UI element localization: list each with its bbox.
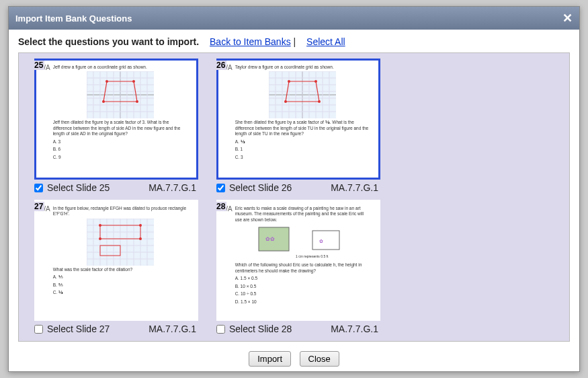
- slide-cell: 29N/AThe picture below shows the length …: [24, 341, 202, 342]
- import-button[interactable]: Import: [249, 351, 291, 367]
- svg-point-22: [132, 80, 135, 83]
- close-icon[interactable]: ✕: [562, 11, 573, 26]
- select-row: Select Slide 25MA.7.7.G.1: [24, 180, 202, 197]
- svg-point-46: [288, 80, 290, 83]
- slide-cell: 28N/AEric wants to make a scale drawing …: [206, 200, 384, 338]
- prompt-text: Select the questions you want to import.: [18, 36, 199, 47]
- slide-cell: 25N/AJeff drew a figure on a coordinate …: [24, 59, 202, 197]
- svg-point-49: [284, 100, 287, 103]
- svg-rect-76: [312, 231, 339, 250]
- svg-text:1 cm represents 0.5 ft: 1 cm represents 0.5 ft: [296, 254, 329, 258]
- select-checkbox[interactable]: [34, 325, 43, 334]
- svg-point-47: [314, 80, 317, 83]
- slide-cell: 30N/ADennis made a scale drawing of a tr…: [206, 341, 384, 342]
- slide-number: 27: [33, 202, 44, 211]
- select-checkbox[interactable]: [34, 184, 43, 192]
- slide-cell: 26N/ATaylor drew a figure on a coordinat…: [206, 59, 384, 197]
- select-row: Select Slide 26MA.7.7.G.1: [206, 180, 384, 197]
- select-all-link[interactable]: Select All: [306, 36, 345, 47]
- standard-code: MA.7.7.G.1: [331, 182, 378, 193]
- slide-thumbnail[interactable]: N/ADennis made a scale drawing of a tree…: [216, 341, 380, 342]
- standard-code: MA.7.7.G.1: [149, 324, 196, 334]
- select-row: Select Slide 28MA.7.7.G.1: [206, 321, 384, 338]
- select-label: Select Slide 25: [47, 182, 110, 193]
- slide-thumbnail[interactable]: N/ATaylor drew a figure on a coordinate …: [216, 59, 380, 180]
- standard-code: MA.7.7.G.1: [149, 182, 196, 193]
- select-checkbox[interactable]: [216, 184, 225, 192]
- slide-thumbnail[interactable]: N/AThe picture below shows the length of…: [34, 341, 198, 342]
- slide-thumbnail[interactable]: N/AEric wants to make a scale drawing of…: [216, 200, 380, 321]
- svg-point-70: [99, 224, 101, 227]
- back-link[interactable]: Back to Item Banks: [210, 36, 291, 47]
- standard-code: MA.7.7.G.1: [331, 324, 378, 334]
- slide-scroll-area[interactable]: 25N/AJeff drew a figure on a coordinate …: [18, 52, 570, 342]
- titlebar: Import Item Bank Questions ✕: [9, 7, 579, 30]
- select-checkbox[interactable]: [216, 325, 225, 334]
- slide-number: 28: [215, 202, 226, 211]
- svg-point-24: [102, 100, 105, 103]
- slide-number: 25: [33, 61, 44, 70]
- slide-cell: 27N/AIn the figure below, rectangle EFGH…: [24, 200, 202, 338]
- slide-thumbnail[interactable]: N/AIn the figure below, rectangle EFGH w…: [34, 200, 198, 321]
- dialog-title: Import Item Bank Questions: [15, 13, 132, 24]
- select-label: Select Slide 26: [229, 182, 292, 193]
- select-label: Select Slide 27: [47, 324, 110, 334]
- svg-text:✿: ✿: [319, 239, 323, 243]
- slide-grid: 25N/AJeff drew a figure on a coordinate …: [22, 57, 566, 342]
- header-row: Select the questions you want to import.…: [18, 36, 570, 47]
- svg-point-23: [136, 100, 138, 103]
- svg-point-21: [106, 80, 108, 83]
- dialog-content: Select the questions you want to import.…: [9, 30, 579, 346]
- svg-text:✿✿: ✿✿: [265, 236, 275, 242]
- svg-point-48: [318, 100, 321, 103]
- dialog-footer: Import Close: [9, 346, 579, 373]
- slide-number: 26: [215, 61, 226, 70]
- svg-point-71: [139, 224, 142, 227]
- select-row: Select Slide 27MA.7.7.G.1: [24, 321, 202, 338]
- import-dialog: Import Item Bank Questions ✕ Select the …: [8, 6, 580, 372]
- close-button[interactable]: Close: [300, 351, 339, 367]
- select-label: Select Slide 28: [229, 324, 292, 334]
- slide-thumbnail[interactable]: N/AJeff drew a figure on a coordinate gr…: [34, 59, 198, 180]
- svg-point-73: [99, 237, 101, 240]
- svg-point-72: [139, 237, 142, 240]
